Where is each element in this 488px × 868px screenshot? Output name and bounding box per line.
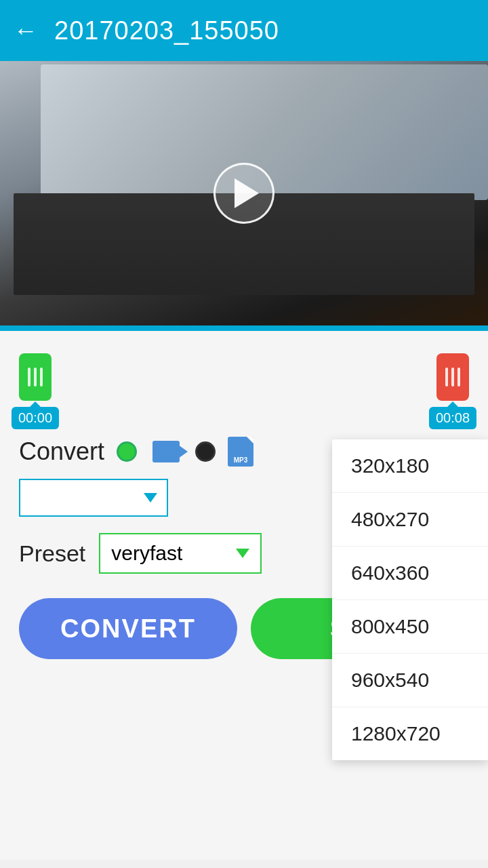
preset-dropdown[interactable]: veryfast	[99, 533, 262, 574]
radio-audio[interactable]	[195, 441, 216, 462]
size-dropdown[interactable]	[19, 479, 168, 517]
controls-area: 00:00 00:08 Convert MP3 Size	[0, 331, 488, 860]
trim-handles: 00:00 00:08	[19, 351, 469, 403]
convert-button[interactable]: CONVERT	[19, 598, 237, 659]
preset-label: Preset	[19, 540, 85, 567]
video-preview	[0, 61, 488, 326]
radio-video[interactable]	[117, 441, 137, 462]
trim-line-2	[34, 368, 37, 387]
size-option-960x540[interactable]: 960x540	[332, 654, 488, 707]
size-option-480x270[interactable]: 480x270	[332, 493, 488, 547]
trim-handle-start-lines	[28, 368, 43, 387]
video-progress	[0, 326, 488, 331]
size-dropdown-arrow-icon	[144, 493, 157, 502]
mp3-label: MP3	[234, 457, 248, 464]
play-icon	[235, 178, 259, 208]
size-dropdown-overlay: 320x180 480x270 640x360 800x450 960x540 …	[332, 439, 488, 760]
video-format-icon[interactable]	[149, 439, 183, 465]
audio-format-icon[interactable]: MP3	[228, 437, 253, 467]
trim-handle-end-lines	[445, 368, 460, 387]
trim-handle-start[interactable]: 00:00	[19, 353, 52, 401]
preset-arrow-icon	[236, 549, 249, 558]
size-option-320x180[interactable]: 320x180	[332, 439, 488, 493]
trim-line-3	[40, 368, 43, 387]
trim-line-4	[445, 368, 448, 387]
size-option-640x360[interactable]: 640x360	[332, 547, 488, 600]
trim-line-5	[451, 368, 454, 387]
video-icon-inner	[152, 441, 180, 462]
header: ← 20170203_155050	[0, 0, 488, 61]
page-title: 20170203_155050	[54, 16, 279, 45]
video-thumbnail	[0, 61, 488, 326]
trim-end-time: 00:08	[429, 407, 476, 429]
trim-slider: 00:00 00:08	[19, 351, 469, 403]
size-dropdown-trigger[interactable]	[19, 479, 168, 517]
size-option-868x488[interactable]: 868x488	[332, 707, 488, 760]
size-option-800x450[interactable]: 800x450	[332, 600, 488, 654]
trim-line-1	[28, 368, 30, 387]
preset-value: veryfast	[111, 542, 182, 565]
trim-line-6	[458, 368, 460, 387]
trim-start-time: 00:00	[12, 407, 59, 429]
convert-label: Convert	[19, 437, 104, 466]
back-button[interactable]: ←	[14, 16, 38, 45]
trim-handle-end[interactable]: 00:08	[436, 353, 469, 401]
play-button[interactable]	[214, 163, 274, 224]
